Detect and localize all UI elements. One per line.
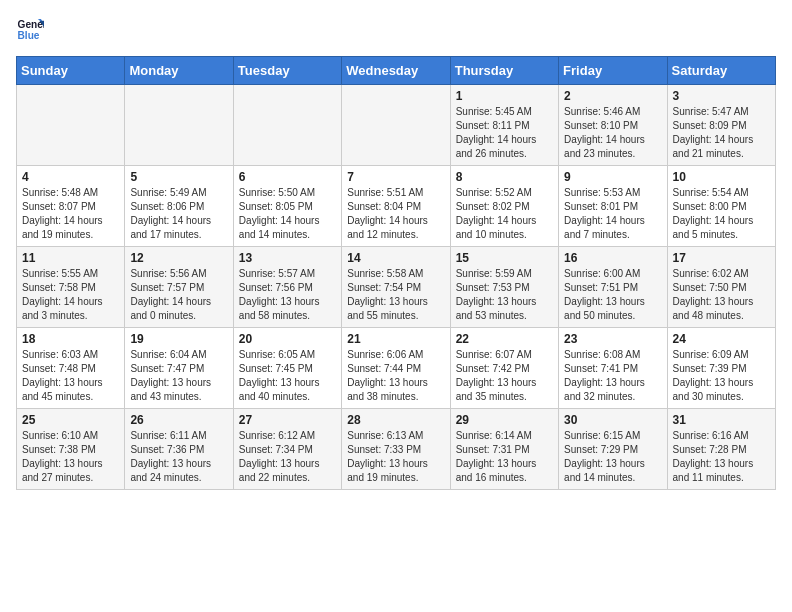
calendar-cell: 29Sunrise: 6:14 AM Sunset: 7:31 PM Dayli… [450,409,558,490]
day-number: 5 [130,170,227,184]
day-info: Sunrise: 5:49 AM Sunset: 8:06 PM Dayligh… [130,186,227,242]
day-info: Sunrise: 5:55 AM Sunset: 7:58 PM Dayligh… [22,267,119,323]
calendar-cell: 22Sunrise: 6:07 AM Sunset: 7:42 PM Dayli… [450,328,558,409]
calendar-cell: 10Sunrise: 5:54 AM Sunset: 8:00 PM Dayli… [667,166,775,247]
calendar-cell: 16Sunrise: 6:00 AM Sunset: 7:51 PM Dayli… [559,247,667,328]
week-row-4: 18Sunrise: 6:03 AM Sunset: 7:48 PM Dayli… [17,328,776,409]
day-info: Sunrise: 6:02 AM Sunset: 7:50 PM Dayligh… [673,267,770,323]
day-number: 4 [22,170,119,184]
day-number: 7 [347,170,444,184]
day-info: Sunrise: 6:07 AM Sunset: 7:42 PM Dayligh… [456,348,553,404]
day-number: 6 [239,170,336,184]
day-info: Sunrise: 6:11 AM Sunset: 7:36 PM Dayligh… [130,429,227,485]
calendar-cell: 12Sunrise: 5:56 AM Sunset: 7:57 PM Dayli… [125,247,233,328]
calendar-cell: 17Sunrise: 6:02 AM Sunset: 7:50 PM Dayli… [667,247,775,328]
svg-text:Blue: Blue [18,30,40,41]
day-info: Sunrise: 6:13 AM Sunset: 7:33 PM Dayligh… [347,429,444,485]
calendar-cell: 31Sunrise: 6:16 AM Sunset: 7:28 PM Dayli… [667,409,775,490]
calendar-cell: 15Sunrise: 5:59 AM Sunset: 7:53 PM Dayli… [450,247,558,328]
calendar-cell: 2Sunrise: 5:46 AM Sunset: 8:10 PM Daylig… [559,85,667,166]
day-number: 19 [130,332,227,346]
day-number: 10 [673,170,770,184]
calendar-cell: 24Sunrise: 6:09 AM Sunset: 7:39 PM Dayli… [667,328,775,409]
day-number: 22 [456,332,553,346]
calendar-cell: 26Sunrise: 6:11 AM Sunset: 7:36 PM Dayli… [125,409,233,490]
day-number: 12 [130,251,227,265]
column-header-sunday: Sunday [17,57,125,85]
day-number: 28 [347,413,444,427]
calendar-cell: 11Sunrise: 5:55 AM Sunset: 7:58 PM Dayli… [17,247,125,328]
day-info: Sunrise: 6:10 AM Sunset: 7:38 PM Dayligh… [22,429,119,485]
day-number: 14 [347,251,444,265]
day-info: Sunrise: 6:14 AM Sunset: 7:31 PM Dayligh… [456,429,553,485]
logo-icon: General Blue [16,16,44,44]
calendar-cell: 27Sunrise: 6:12 AM Sunset: 7:34 PM Dayli… [233,409,341,490]
day-info: Sunrise: 5:50 AM Sunset: 8:05 PM Dayligh… [239,186,336,242]
calendar-cell: 4Sunrise: 5:48 AM Sunset: 8:07 PM Daylig… [17,166,125,247]
header: General Blue [16,16,776,44]
day-info: Sunrise: 6:08 AM Sunset: 7:41 PM Dayligh… [564,348,661,404]
calendar-cell [125,85,233,166]
column-header-monday: Monday [125,57,233,85]
calendar-cell: 1Sunrise: 5:45 AM Sunset: 8:11 PM Daylig… [450,85,558,166]
day-info: Sunrise: 5:52 AM Sunset: 8:02 PM Dayligh… [456,186,553,242]
calendar-cell: 8Sunrise: 5:52 AM Sunset: 8:02 PM Daylig… [450,166,558,247]
day-info: Sunrise: 5:46 AM Sunset: 8:10 PM Dayligh… [564,105,661,161]
day-number: 13 [239,251,336,265]
day-number: 18 [22,332,119,346]
day-info: Sunrise: 5:47 AM Sunset: 8:09 PM Dayligh… [673,105,770,161]
day-number: 15 [456,251,553,265]
day-info: Sunrise: 6:05 AM Sunset: 7:45 PM Dayligh… [239,348,336,404]
column-header-tuesday: Tuesday [233,57,341,85]
calendar-cell: 6Sunrise: 5:50 AM Sunset: 8:05 PM Daylig… [233,166,341,247]
calendar-cell: 25Sunrise: 6:10 AM Sunset: 7:38 PM Dayli… [17,409,125,490]
day-number: 8 [456,170,553,184]
week-row-2: 4Sunrise: 5:48 AM Sunset: 8:07 PM Daylig… [17,166,776,247]
day-info: Sunrise: 5:57 AM Sunset: 7:56 PM Dayligh… [239,267,336,323]
week-row-5: 25Sunrise: 6:10 AM Sunset: 7:38 PM Dayli… [17,409,776,490]
day-info: Sunrise: 6:00 AM Sunset: 7:51 PM Dayligh… [564,267,661,323]
column-header-saturday: Saturday [667,57,775,85]
day-number: 25 [22,413,119,427]
calendar-cell: 19Sunrise: 6:04 AM Sunset: 7:47 PM Dayli… [125,328,233,409]
day-info: Sunrise: 5:54 AM Sunset: 8:00 PM Dayligh… [673,186,770,242]
day-number: 24 [673,332,770,346]
day-number: 27 [239,413,336,427]
day-number: 30 [564,413,661,427]
day-info: Sunrise: 6:06 AM Sunset: 7:44 PM Dayligh… [347,348,444,404]
day-number: 21 [347,332,444,346]
day-info: Sunrise: 6:12 AM Sunset: 7:34 PM Dayligh… [239,429,336,485]
calendar-cell: 3Sunrise: 5:47 AM Sunset: 8:09 PM Daylig… [667,85,775,166]
calendar-cell: 30Sunrise: 6:15 AM Sunset: 7:29 PM Dayli… [559,409,667,490]
day-info: Sunrise: 6:15 AM Sunset: 7:29 PM Dayligh… [564,429,661,485]
calendar-cell: 21Sunrise: 6:06 AM Sunset: 7:44 PM Dayli… [342,328,450,409]
column-header-friday: Friday [559,57,667,85]
calendar-cell: 20Sunrise: 6:05 AM Sunset: 7:45 PM Dayli… [233,328,341,409]
calendar-cell [342,85,450,166]
day-info: Sunrise: 5:53 AM Sunset: 8:01 PM Dayligh… [564,186,661,242]
calendar-cell: 5Sunrise: 5:49 AM Sunset: 8:06 PM Daylig… [125,166,233,247]
column-header-thursday: Thursday [450,57,558,85]
day-number: 1 [456,89,553,103]
calendar-cell [233,85,341,166]
calendar-cell: 9Sunrise: 5:53 AM Sunset: 8:01 PM Daylig… [559,166,667,247]
calendar-cell: 13Sunrise: 5:57 AM Sunset: 7:56 PM Dayli… [233,247,341,328]
day-number: 9 [564,170,661,184]
day-info: Sunrise: 5:59 AM Sunset: 7:53 PM Dayligh… [456,267,553,323]
calendar-cell: 14Sunrise: 5:58 AM Sunset: 7:54 PM Dayli… [342,247,450,328]
day-number: 3 [673,89,770,103]
day-number: 31 [673,413,770,427]
day-info: Sunrise: 5:51 AM Sunset: 8:04 PM Dayligh… [347,186,444,242]
day-number: 2 [564,89,661,103]
calendar-cell: 7Sunrise: 5:51 AM Sunset: 8:04 PM Daylig… [342,166,450,247]
day-info: Sunrise: 6:16 AM Sunset: 7:28 PM Dayligh… [673,429,770,485]
day-number: 16 [564,251,661,265]
day-number: 23 [564,332,661,346]
day-number: 29 [456,413,553,427]
calendar-cell [17,85,125,166]
day-info: Sunrise: 5:58 AM Sunset: 7:54 PM Dayligh… [347,267,444,323]
day-number: 17 [673,251,770,265]
calendar-cell: 23Sunrise: 6:08 AM Sunset: 7:41 PM Dayli… [559,328,667,409]
calendar-cell: 18Sunrise: 6:03 AM Sunset: 7:48 PM Dayli… [17,328,125,409]
day-info: Sunrise: 6:09 AM Sunset: 7:39 PM Dayligh… [673,348,770,404]
